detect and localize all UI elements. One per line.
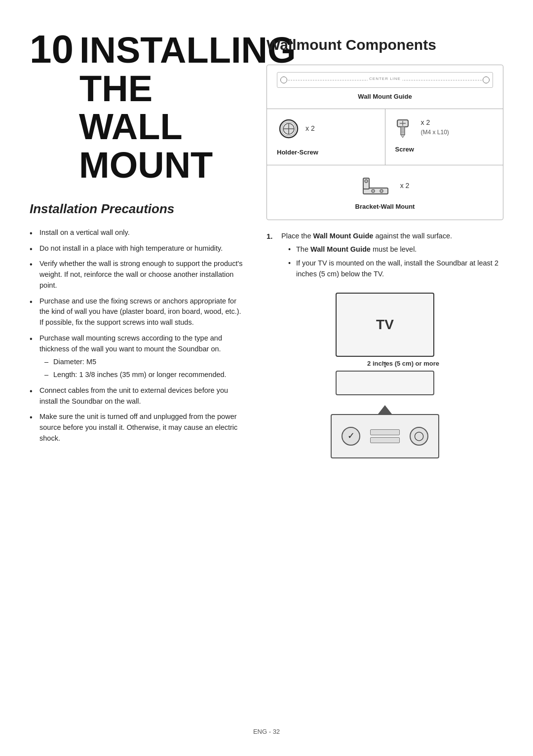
soundbar-rect-2 xyxy=(370,437,400,443)
step-1-bold: Wall Mount Guide xyxy=(313,232,374,240)
step-1-content: Place the Wall Mount Guide against the w… xyxy=(281,231,503,283)
holder-screw-qty: x 2 xyxy=(305,123,315,134)
step-1-text-after: against the wall surface. xyxy=(373,232,452,240)
chapter-title-line1: 10 INSTALLING THE xyxy=(30,30,247,108)
holder-screw-cell: x 2 Holder-Screw xyxy=(267,109,385,165)
svg-point-16 xyxy=(372,189,375,192)
screw-label: Screw xyxy=(395,145,414,154)
mount-triangle xyxy=(378,405,392,414)
holder-screw-label: Holder-Screw xyxy=(277,148,318,157)
soundbar-circle-right: ◯ xyxy=(410,427,428,446)
right-column: Wallmount Components CENTER LINE Wall Mo… xyxy=(266,30,503,458)
bracket-label: Bracket-Wall Mount xyxy=(355,202,415,212)
step-1-number: 1. xyxy=(266,231,277,283)
holder-screw-icon xyxy=(277,117,301,141)
soundbar-circle-left: ✓ xyxy=(342,427,360,446)
precautions-list: Install on a vertical wall only. Do not … xyxy=(30,227,247,444)
chapter-title-line2: WALL MOUNT xyxy=(30,108,247,184)
page-footer: ENG - 32 xyxy=(30,707,503,737)
precaution-item-2: Do not install in a place with high temp… xyxy=(30,243,247,254)
svg-point-17 xyxy=(380,189,383,192)
screw-sub-item-2: Length: 1 3/8 inches (35 mm) or longer r… xyxy=(44,370,247,380)
step-1: 1. Place the Wall Mount Guide against th… xyxy=(266,231,503,283)
precaution-item-3: Verify whether the wall is strong enough… xyxy=(30,259,247,291)
installation-precautions-title: Installation Precautions xyxy=(30,199,247,219)
svg-rect-7 xyxy=(401,127,405,135)
bracket-icon-row: x 2 xyxy=(361,173,410,198)
step-1-sub-1: The Wall Mount Guide must be level. xyxy=(288,244,503,255)
screw-qty: x 2 xyxy=(421,117,449,128)
spacing-label: 2 inches (5 cm) or more xyxy=(367,359,439,369)
bracket-qty: x 2 xyxy=(400,181,410,191)
wall-mount-guide-label: Wall Mount Guide xyxy=(358,92,412,102)
step-1-text-before: Place the xyxy=(281,232,313,240)
screw-icon-row: x 2 (M4 x L10) xyxy=(395,117,449,138)
guide-circle-left xyxy=(280,76,287,83)
guide-circle-right xyxy=(483,76,490,83)
svg-marker-12 xyxy=(401,135,405,138)
svg-point-15 xyxy=(365,180,368,183)
wallmount-components-title: Wallmount Components xyxy=(266,34,503,56)
step-1-sub-2: If your TV is mounted on the wall, insta… xyxy=(288,258,503,280)
precaution-item-6: Connect cables from the unit to external… xyxy=(30,385,247,407)
screw-sub-item-1: Diameter: M5 xyxy=(44,357,247,368)
step-1-sub-1-bold: Wall Mount Guide xyxy=(310,245,371,253)
screw-sub-list: Diameter: M5 Length: 1 3/8 inches (35 mm… xyxy=(39,357,247,380)
precaution-item-4: Purchase and use the fixing screws or an… xyxy=(30,296,247,328)
precaution-item-1: Install on a vertical wall only. xyxy=(30,227,247,238)
bracket-row: x 2 Bracket-Wall Mount xyxy=(267,165,503,220)
screws-row: x 2 Holder-Screw xyxy=(267,109,503,166)
tv-label: TV xyxy=(376,314,394,335)
components-box: CENTER LINE Wall Mount Guide xyxy=(266,65,503,220)
soundbar-placeholder-box xyxy=(336,371,434,395)
guide-strip: CENTER LINE xyxy=(277,72,493,88)
chapter-title-line1-text: INSTALLING THE xyxy=(79,31,296,108)
footer-text: ENG - 32 xyxy=(253,728,280,735)
soundbar-schematic: ✓ ◯ xyxy=(331,405,439,458)
screw-spec: (M4 x L10) xyxy=(421,128,449,137)
soundbar-rect-1 xyxy=(370,429,400,435)
guide-strip-inner: CENTER LINE xyxy=(288,80,482,80)
step-1-sub-2-text: If your TV is mounted on the wall, insta… xyxy=(296,259,498,278)
soundbar-detail-box: ✓ ◯ xyxy=(331,414,439,458)
holder-screw-icon-row: x 2 xyxy=(277,117,315,141)
steps-section: 1. Place the Wall Mount Guide against th… xyxy=(266,231,503,283)
top-section: 10 INSTALLING THE WALL MOUNT Installatio… xyxy=(30,30,503,458)
precaution-item-5: Purchase wall mounting screws according … xyxy=(30,333,247,380)
precaution-item-7: Make sure the unit is turned off and unp… xyxy=(30,412,247,444)
tv-diagram: TV ↕ 2 inches (5 cm) or more ✓ xyxy=(266,293,503,458)
wall-mount-guide-row: CENTER LINE Wall Mount Guide xyxy=(267,65,503,109)
spacing-indicator: ↕ 2 inches (5 cm) or more xyxy=(336,359,434,369)
chapter-number: 10 xyxy=(30,30,74,69)
center-line-label: CENTER LINE xyxy=(368,76,402,82)
chapter-title-block: 10 INSTALLING THE WALL MOUNT xyxy=(30,30,247,185)
left-column: 10 INSTALLING THE WALL MOUNT Installatio… xyxy=(30,30,247,458)
bracket-wall-mount-icon xyxy=(361,173,395,198)
screw-cell: x 2 (M4 x L10) Screw xyxy=(385,109,503,165)
page: 10 INSTALLING THE WALL MOUNT Installatio… xyxy=(0,0,533,756)
step-1-sub-1-after: must be level. xyxy=(371,245,417,253)
tv-box: TV xyxy=(336,293,434,357)
soundbar-middle xyxy=(370,429,400,443)
screw-icon xyxy=(395,117,416,138)
step-1-sub-list: The Wall Mount Guide must be level. If y… xyxy=(281,244,503,279)
